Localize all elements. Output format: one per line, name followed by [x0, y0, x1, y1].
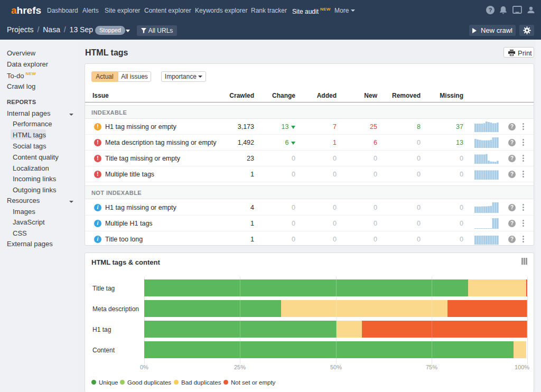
- svg-text:?: ?: [489, 7, 492, 13]
